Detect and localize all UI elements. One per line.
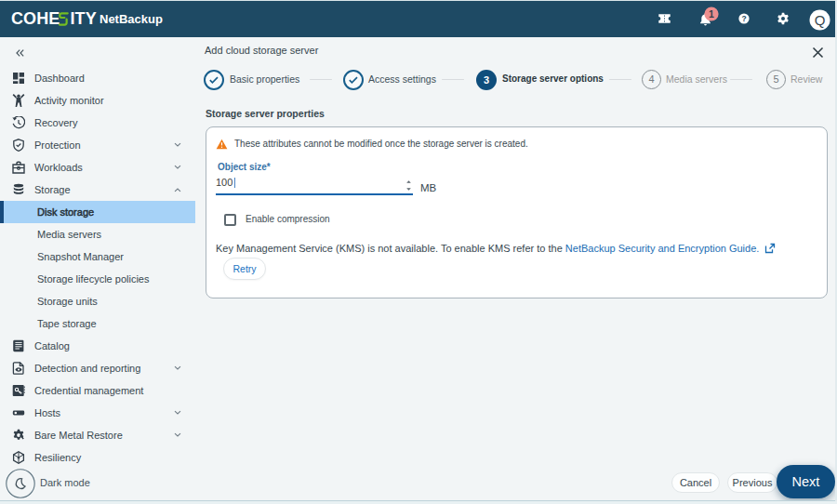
svg-text:Q: Q (815, 12, 826, 28)
svg-text:?: ? (741, 14, 746, 23)
svg-text:1: 1 (709, 8, 714, 20)
